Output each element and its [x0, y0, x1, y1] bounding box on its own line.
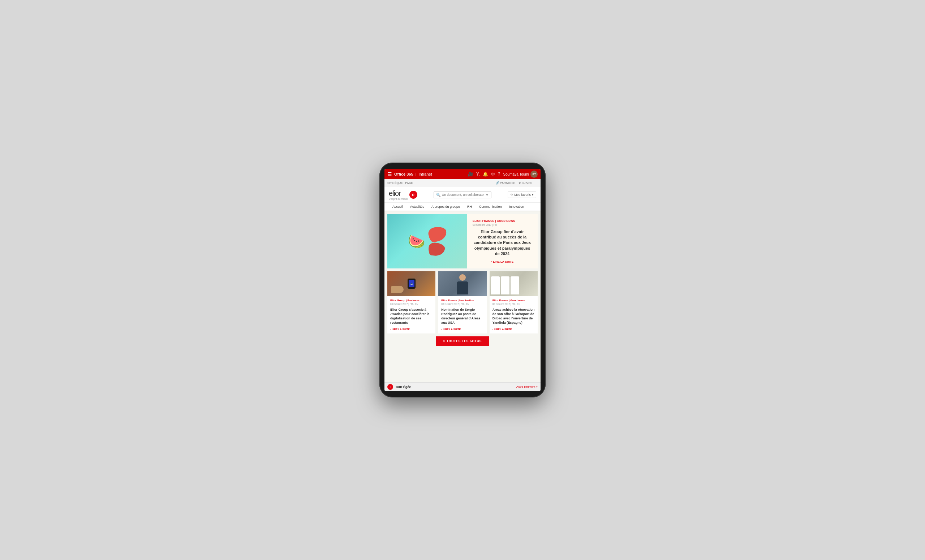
gear-icon[interactable]: ⚙: [491, 172, 495, 177]
yammer-icon[interactable]: Y.: [476, 172, 480, 177]
hero-read-more[interactable]: › LIRE LA SUITE: [473, 260, 532, 263]
follow-button[interactable]: ★ SUIVRE: [518, 181, 533, 185]
person-body: [457, 282, 468, 295]
watermelon-icon: 🍉: [408, 233, 425, 249]
news-card-2-category: Elior France | Nomination: [441, 299, 484, 302]
tablet-screen: ☰ Office 365 | Intranet 🎥 Y. 🔔 ⚙ ? Souma…: [384, 169, 541, 391]
logo-emblem: e: [410, 191, 417, 199]
avatar: ST: [530, 170, 538, 178]
news-card-3-image: [490, 271, 538, 296]
office-separator: |: [416, 172, 417, 176]
more-options-button[interactable]: ···: [535, 181, 538, 185]
search-dropdown-icon[interactable]: ▼: [485, 193, 489, 197]
another-building-link[interactable]: Autre bâtiment >: [516, 385, 538, 388]
share-icon: 🔗: [496, 181, 499, 185]
hamburger-icon[interactable]: ☰: [387, 171, 392, 177]
hero-date: 08 Octobre 2017 | FR: [473, 224, 532, 226]
arrow-right-icon: ›: [491, 260, 492, 263]
video-icon[interactable]: 🎥: [468, 172, 473, 177]
news-card-3-read-more[interactable]: › LIRE LA SUITE: [493, 328, 535, 331]
news-card-1-title: Elior Group s'associe à Awadac pour accé…: [390, 307, 432, 325]
news-card-2: Elior France | Nomination 08 Octobre 201…: [438, 271, 487, 333]
breadcrumb: SITE ÉQUE PAGE: [387, 181, 413, 185]
watch-screen: 💻: [409, 280, 414, 287]
watch-shape: 💻: [408, 278, 416, 289]
hero-article: 🍉 Elior France | Good news 08 Octobre 20…: [387, 214, 538, 268]
office-app-title: Office 365: [394, 172, 413, 176]
nav-item-apropos[interactable]: À propos du groupe: [428, 203, 464, 211]
arrow-icon: ›: [441, 328, 442, 331]
news-card-3-date: 08 Octobre 2017 | FR - EN: [493, 303, 535, 305]
news-card-3: Elior France | Good news 08 Octobre 2017…: [490, 271, 538, 333]
nav-item-actualites[interactable]: Actualités: [407, 203, 428, 211]
location-icon: i: [387, 384, 393, 390]
news-grid: 💻 Elior Group | Business 08 Octobre 2017…: [387, 271, 538, 333]
news-card-2-body: Elior France | Nomination 08 Octobre 201…: [438, 296, 487, 333]
news-card-3-category: Elior France | Good news: [493, 299, 535, 302]
news-card-1-category: Elior Group | Business: [390, 299, 432, 302]
user-profile[interactable]: Soumaya Toumi ST: [503, 170, 538, 178]
news-card-1-read-more[interactable]: › LIRE LA SUITE: [390, 328, 432, 331]
arrow-icon: ›: [390, 328, 391, 331]
follow-icon: ★: [518, 181, 521, 185]
bell-icon[interactable]: 🔔: [483, 172, 488, 177]
location-text: Tour Égée: [395, 385, 411, 389]
search-icon: 🔍: [436, 193, 440, 197]
help-icon[interactable]: ?: [498, 172, 500, 177]
person-head: [459, 274, 466, 281]
news-card-2-image: [438, 271, 487, 296]
nav-item-innovation[interactable]: Innovation: [506, 203, 528, 211]
navigation-bar: Accueil Actualités À propos du groupe RH…: [384, 203, 541, 211]
sp-actions: 🔗 PARTAGER ★ SUIVRE ···: [496, 181, 538, 185]
all-news-button[interactable]: > TOUTES LES ACTUS: [436, 336, 489, 346]
hero-category: Elior France | Good news: [473, 219, 532, 223]
bottom-bar: i Tour Égée Autre bâtiment >: [384, 382, 541, 391]
logo-tagline: L'esprit du mieux: [389, 198, 408, 200]
news-card-1-date: 08 Octobre 2017 | FR - EN: [390, 303, 432, 305]
office-topbar: ☰ Office 365 | Intranet 🎥 Y. 🔔 ⚙ ? Souma…: [384, 169, 541, 179]
user-name: Soumaya Toumi: [503, 172, 529, 176]
news-card-1: 💻 Elior Group | Business 08 Octobre 2017…: [387, 271, 435, 333]
news-card-1-body: Elior Group | Business 08 Octobre 2017 |…: [387, 296, 435, 333]
hero-image-content: 🍉: [408, 227, 447, 256]
all-news-container: > TOUTES LES ACTUS: [387, 336, 538, 346]
chef-1: [491, 276, 500, 295]
sp-toolbar: SITE ÉQUE PAGE 🔗 PARTAGER ★ SUIVRE ···: [384, 179, 541, 187]
search-bar: 🔍 ▼: [434, 191, 491, 198]
office-intranet-label: Intranet: [419, 172, 432, 176]
hand-shape: [391, 286, 404, 293]
chef-3: [511, 276, 519, 295]
person-silhouette: [455, 274, 470, 296]
tablet-frame: ☰ Office 365 | Intranet 🎥 Y. 🔔 ⚙ ? Souma…: [380, 163, 545, 397]
hero-article-content: Elior France | Good news 08 Octobre 2017…: [467, 214, 538, 268]
site-header: elior L'esprit du mieux e 🔍 ▼ ☆ Mes favo…: [384, 187, 541, 203]
chef-group: [490, 271, 538, 296]
star-icon: ☆: [510, 193, 513, 197]
news-card-2-title: Nomination de Sergio Rodriguez au poste …: [441, 307, 484, 325]
hero-title: Elior Group fier d'avoir contribué au su…: [473, 229, 532, 257]
chevron-down-icon: ▾: [532, 193, 534, 197]
news-card-3-title: Areas achève la rénovation de son offre …: [493, 307, 535, 325]
share-button[interactable]: 🔗 PARTAGER: [496, 181, 515, 185]
news-card-2-date: 08 Octobre 2017 | FR - EN: [441, 303, 484, 305]
nav-item-communication[interactable]: Communication: [476, 203, 506, 211]
chef-2: [501, 276, 509, 295]
search-input[interactable]: [442, 193, 484, 197]
nav-item-rh[interactable]: RH: [464, 203, 476, 211]
logo-wordmark: elior: [389, 189, 401, 197]
arrow-icon: ›: [493, 328, 493, 331]
favorites-button[interactable]: ☆ Mes favoris ▾: [508, 191, 536, 198]
main-content: 🍉 Elior France | Good news 08 Octobre 20…: [384, 211, 541, 382]
nav-item-accueil[interactable]: Accueil: [389, 203, 407, 211]
shoe-1: [427, 226, 447, 243]
elior-logo: elior L'esprit du mieux e: [389, 189, 417, 200]
news-card-3-body: Elior France | Good news 08 Octobre 2017…: [490, 296, 538, 333]
news-card-2-read-more[interactable]: › LIRE LA SUITE: [441, 328, 484, 331]
office-icons-group: 🎥 Y. 🔔 ⚙ ? Soumaya Toumi ST: [468, 170, 538, 178]
shoe-2: [428, 242, 445, 256]
hero-article-image: 🍉: [387, 214, 467, 268]
news-card-1-image: 💻: [387, 271, 435, 296]
